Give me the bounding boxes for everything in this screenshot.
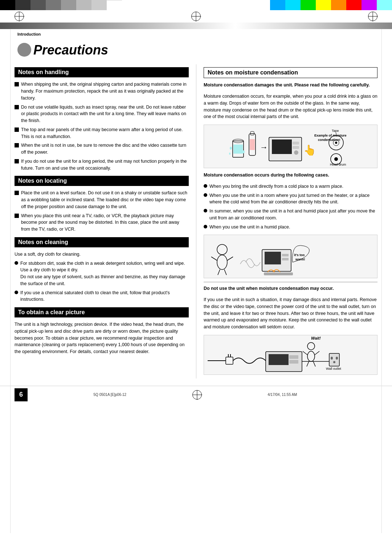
svg-rect-13 bbox=[293, 146, 299, 149]
svg-line-51 bbox=[307, 361, 309, 366]
svg-rect-36 bbox=[264, 272, 293, 275]
condensation-bullet-1: When you bring the unit directly from a … bbox=[204, 183, 377, 190]
color-block-gray5 bbox=[91, 0, 107, 10]
bottom-area: 6 5Q 0501A [E]p06-12 4/17/04, 11:55 AM bbox=[0, 386, 392, 404]
color-block-cyan bbox=[285, 0, 301, 10]
svg-line-50 bbox=[315, 351, 319, 355]
condensation-bullet-3: In summer, when you use the unit in a ho… bbox=[204, 208, 377, 222]
color-block-purple bbox=[362, 0, 377, 10]
svg-rect-7 bbox=[250, 131, 254, 135]
svg-rect-34 bbox=[282, 254, 289, 256]
footnote-right: 4/17/04, 11:55 AM bbox=[268, 393, 297, 397]
svg-point-47 bbox=[307, 343, 315, 350]
right-margin-line bbox=[381, 29, 382, 533]
left-margin-line bbox=[10, 29, 11, 533]
square-bullet-icon bbox=[15, 159, 19, 163]
svg-point-48 bbox=[307, 351, 315, 361]
square-bullet-icon bbox=[15, 214, 19, 218]
svg-point-4 bbox=[242, 150, 245, 153]
svg-point-24 bbox=[334, 157, 338, 161]
svg-text:Wall outlet: Wall outlet bbox=[326, 367, 341, 370]
page-number: 6 bbox=[15, 388, 28, 401]
color-block-gray4 bbox=[76, 0, 91, 10]
right-column: Notes on moisture condensation Moisture … bbox=[196, 64, 377, 378]
svg-rect-33 bbox=[265, 252, 281, 264]
color-block-green bbox=[301, 0, 316, 10]
circle-bullet-icon bbox=[204, 225, 207, 228]
svg-point-3 bbox=[230, 147, 232, 150]
handling-bullet-2: Do not use volatile liquids, such as ins… bbox=[15, 104, 189, 124]
donotuse-body: If you use the unit in such a situation,… bbox=[204, 296, 377, 331]
handling-bullet-1: When shipping the unit, the original shi… bbox=[15, 81, 189, 101]
svg-point-14 bbox=[294, 150, 298, 155]
page-title: Precautions bbox=[17, 42, 108, 57]
circle-bullet-icon bbox=[204, 193, 207, 197]
section-handling-header: Notes on handling bbox=[15, 67, 189, 77]
main-content: Notes on handling When shipping the unit… bbox=[0, 64, 392, 378]
donotuse-content: Do not use the unit when moisture conden… bbox=[204, 285, 377, 292]
reg-mark-left bbox=[15, 12, 24, 21]
locating-bullet-1: Place the unit on a level surface. Do no… bbox=[15, 190, 189, 210]
handling-bullet-5: If you do not use the unit for a long pe… bbox=[15, 158, 189, 172]
reg-mark-right bbox=[368, 12, 377, 21]
svg-point-27 bbox=[217, 255, 227, 270]
moisture-body: Moisture condensation occurs, for exampl… bbox=[204, 93, 377, 120]
square-bullet-icon bbox=[15, 191, 19, 195]
reg-mark-center bbox=[191, 12, 201, 21]
color-block-gray1 bbox=[30, 0, 46, 10]
condensation-bullet-2: When you use the unit in a room where yo… bbox=[204, 192, 377, 206]
svg-point-26 bbox=[217, 244, 227, 255]
svg-text:Wait!: Wait! bbox=[311, 336, 321, 340]
svg-text:👆: 👆 bbox=[303, 144, 316, 156]
top-color-bar bbox=[0, 0, 392, 10]
svg-line-49 bbox=[303, 351, 307, 355]
svg-point-56 bbox=[336, 357, 338, 360]
square-bullet-icon bbox=[15, 143, 19, 147]
section-clear-picture-header: To obtain a clear picture bbox=[15, 307, 189, 317]
circle-bullet-icon bbox=[15, 261, 18, 265]
square-bullet-icon bbox=[15, 82, 19, 86]
color-block-gray2 bbox=[46, 0, 61, 10]
svg-rect-12 bbox=[293, 142, 299, 145]
section-cleaning-header: Notes on cleaning bbox=[15, 237, 189, 247]
color-block-black1 bbox=[0, 0, 15, 10]
svg-text:→: → bbox=[260, 143, 268, 152]
header-gradient bbox=[0, 23, 392, 29]
svg-rect-45 bbox=[289, 355, 298, 359]
clear-picture-content: The unit is a high technology, precision… bbox=[15, 321, 189, 355]
condensation-bullet-4: When you use the unit in a humid place. bbox=[204, 224, 377, 231]
svg-line-30 bbox=[218, 270, 220, 275]
footnote-left: 5Q 0501A [E]p06-12 bbox=[94, 393, 127, 397]
wait-svg: Wait! Wall outlet bbox=[204, 335, 342, 373]
svg-rect-11 bbox=[272, 139, 292, 154]
condensation-bullets: When you bring the unit directly from a … bbox=[204, 183, 377, 231]
svg-line-28 bbox=[211, 257, 217, 260]
svg-point-55 bbox=[331, 357, 333, 360]
section-moisture-header: Notes on moisture condensation bbox=[204, 67, 377, 78]
color-block-white bbox=[107, 0, 122, 10]
circle-bullet-icon bbox=[204, 209, 207, 212]
svg-rect-46 bbox=[289, 360, 298, 364]
warm-illustration: it's too warm! bbox=[204, 235, 377, 278]
color-block-red bbox=[346, 0, 362, 10]
svg-point-57 bbox=[333, 361, 335, 363]
svg-rect-44 bbox=[269, 354, 289, 365]
svg-line-31 bbox=[224, 270, 226, 275]
handling-content: When shipping the unit, the original shi… bbox=[15, 81, 189, 171]
color-block-lightcyan bbox=[377, 0, 392, 10]
color-block-black2 bbox=[15, 0, 30, 10]
svg-rect-35 bbox=[282, 258, 289, 260]
handling-bullet-3: The top and rear panels of the unit may … bbox=[15, 126, 189, 140]
moisture-illustration: → 👆 Example of moisture condensation! Ta… bbox=[204, 125, 377, 168]
cleaning-bullet-1: For stubborn dirt, soak the cloth in a w… bbox=[15, 260, 189, 287]
square-bullet-icon bbox=[15, 127, 19, 132]
circle-bullet-icon bbox=[15, 291, 18, 294]
wait-illustration: Wait! Wall outlet bbox=[204, 335, 377, 375]
svg-text:Example of moisture: Example of moisture bbox=[314, 134, 347, 137]
svg-rect-40 bbox=[226, 357, 233, 364]
color-block-yellow bbox=[316, 0, 331, 10]
left-column: Notes on handling When shipping the unit… bbox=[15, 64, 196, 378]
registration-area bbox=[0, 10, 392, 23]
svg-text:Tape: Tape bbox=[332, 129, 339, 133]
svg-rect-8 bbox=[250, 139, 255, 150]
